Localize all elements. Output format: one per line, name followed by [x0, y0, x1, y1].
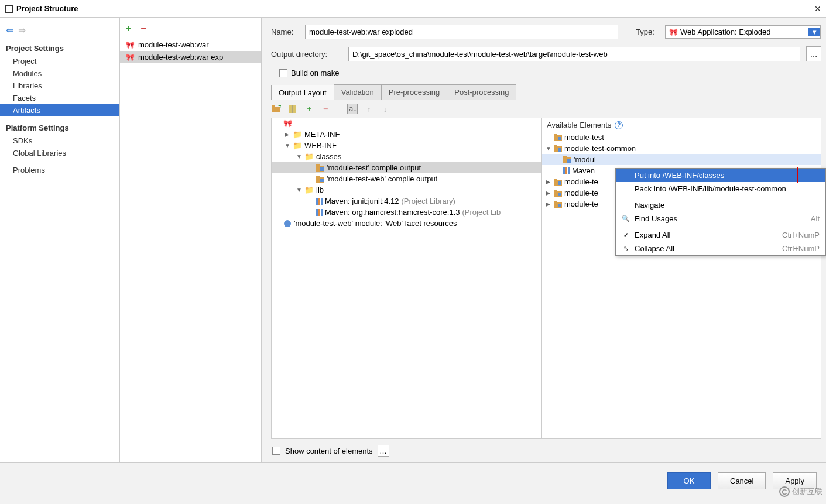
add-element-button[interactable]: + [304, 104, 314, 114]
expander-icon[interactable]: ▼ [285, 142, 290, 149]
module-folder-icon [554, 190, 562, 197]
new-archive-icon[interactable] [287, 104, 298, 114]
menu-item[interactable]: ⤡Collapse AllCtrl+NumP [616, 242, 825, 255]
tree-row[interactable]: ▼📁WEB-INF [272, 140, 541, 151]
expander-icon[interactable]: ▶ [546, 190, 551, 196]
chevron-down-icon: ▾ [808, 28, 820, 36]
move-up-icon[interactable]: ↑ [364, 104, 374, 114]
expander-icon[interactable]: ▶ [285, 131, 290, 138]
svg-rect-28 [554, 190, 557, 191]
app-icon [5, 5, 13, 13]
svg-rect-23 [567, 159, 571, 163]
tree-row[interactable]: 'module-test-web' compile output [272, 173, 541, 184]
folder-icon: 📁 [304, 186, 314, 194]
move-down-icon[interactable]: ↓ [380, 104, 390, 114]
svg-rect-20 [558, 148, 561, 152]
build-on-make-checkbox[interactable]: Build on make [271, 68, 821, 77]
tree-row[interactable]: Maven: org.hamcrest:hamcrest-core:1.3 (P… [272, 207, 541, 218]
tree-row[interactable]: 🎀 [272, 118, 541, 129]
show-content-config-button[interactable]: … [378, 445, 389, 457]
menu-item[interactable]: 🔍Find UsagesAlt [616, 212, 825, 225]
sort-icon[interactable]: a↓ [347, 104, 358, 114]
menu-item[interactable]: Navigate [616, 198, 825, 212]
svg-point-14 [284, 220, 291, 227]
available-element-row[interactable]: 'modul [542, 154, 821, 165]
sidebar: ⇐ ⇒ Project SettingsProjectModulesLibrar… [0, 18, 120, 462]
tab-pre-processing[interactable]: Pre-processing [381, 84, 447, 100]
available-elements-panel[interactable]: Available Elements ? module-test▼module-… [541, 118, 821, 438]
module-folder-icon [554, 134, 562, 141]
help-icon[interactable]: ? [615, 121, 623, 129]
search-icon: 🔍 [622, 215, 630, 223]
module-folder-icon [316, 176, 324, 183]
name-input[interactable] [305, 25, 618, 39]
shortcut-label: Ctrl+NumP [782, 244, 820, 253]
ok-button[interactable]: OK [667, 472, 711, 489]
available-element-row[interactable]: ▼module-test-common [542, 143, 821, 154]
browse-outdir-button[interactable]: … [806, 46, 821, 61]
tree-row[interactable]: ▼📁lib [272, 184, 541, 196]
svg-rect-1 [6, 6, 12, 12]
nav-forward-icon[interactable]: ⇒ [18, 25, 26, 36]
context-menu: Put into /WEB-INF/classesPack Into /WEB-… [615, 168, 826, 256]
window-title: Project Structure [16, 4, 78, 13]
tree-row[interactable]: 'module-test-web' module: 'Web' facet re… [272, 218, 541, 229]
checkbox-icon [279, 69, 287, 77]
sidebar-item-artifacts[interactable]: Artifacts [0, 104, 119, 116]
sidebar-item-modules[interactable]: Modules [0, 67, 119, 80]
show-content-checkbox[interactable] [272, 447, 280, 455]
remove-element-button[interactable]: − [320, 104, 331, 114]
tab-output-layout[interactable]: Output Layout [271, 85, 334, 100]
tree-row[interactable]: ▼📁classes [272, 151, 541, 162]
tree-row[interactable]: Maven: junit:junit:4.12 (Project Library… [272, 196, 541, 207]
svg-rect-19 [554, 145, 557, 147]
expander-icon[interactable]: ▶ [546, 179, 551, 185]
tree-row[interactable]: 'module-test' compile output [272, 162, 541, 173]
svg-rect-31 [554, 201, 557, 203]
remove-artifact-button[interactable]: − [140, 23, 146, 34]
web-facet-icon [283, 220, 292, 228]
nav-back-icon[interactable]: ⇐ [6, 25, 13, 36]
artifact-item[interactable]: 🎀module-test-web:war [120, 39, 261, 51]
svg-rect-26 [558, 181, 561, 185]
folder-icon: 📁 [304, 152, 314, 161]
svg-rect-9 [316, 164, 320, 166]
menu-item[interactable]: Put into /WEB-INF/classes [616, 169, 825, 182]
folder-icon: 📁 [293, 141, 302, 150]
outdir-input[interactable] [348, 47, 800, 61]
expander-icon[interactable]: ▶ [546, 201, 551, 207]
collapse-all-icon: ⤡ [622, 245, 630, 253]
tree-row[interactable]: ▶📁META-INF [272, 129, 541, 140]
available-element-row[interactable]: module-test [542, 132, 821, 143]
menu-item[interactable]: Pack Into /WEB-INF/lib/module-test-commo… [616, 182, 825, 196]
output-tree[interactable]: 🎀▶📁META-INF▼📁WEB-INF▼📁classes'module-tes… [271, 118, 541, 438]
sidebar-item-project[interactable]: Project [0, 55, 119, 67]
close-icon[interactable]: ✕ [814, 4, 821, 13]
sidebar-section-header: Project Settings [0, 42, 119, 55]
sidebar-item-problems[interactable]: Problems [0, 164, 119, 176]
svg-rect-22 [563, 156, 567, 158]
expander-icon[interactable]: ▼ [546, 145, 551, 152]
menu-separator [616, 197, 825, 197]
cancel-button[interactable]: Cancel [718, 472, 766, 489]
expander-icon[interactable]: ▼ [296, 153, 302, 160]
type-label: Type: [636, 28, 659, 36]
sidebar-item-sdks[interactable]: SDKs [0, 135, 119, 147]
sidebar-item-libraries[interactable]: Libraries [0, 80, 119, 92]
sidebar-item-global-libraries[interactable]: Global Libraries [0, 147, 119, 159]
svg-rect-25 [554, 179, 557, 180]
tab-post-processing[interactable]: Post-processing [447, 84, 516, 100]
add-artifact-button[interactable]: + [126, 23, 131, 34]
watermark: C 创新互联 [779, 486, 822, 497]
module-folder-icon [316, 164, 324, 172]
type-select[interactable]: 🎀 Web Application: Exploded ▾ [665, 25, 821, 39]
dialog-button-bar: OK Cancel Apply [0, 462, 826, 499]
svg-rect-32 [558, 204, 561, 207]
new-folder-icon[interactable]: + [271, 104, 282, 114]
menu-item[interactable]: ⤢Expand AllCtrl+NumP [616, 228, 825, 242]
sidebar-section-header: Platform Settings [0, 121, 119, 135]
sidebar-item-facets[interactable]: Facets [0, 92, 119, 104]
tab-validation[interactable]: Validation [334, 84, 382, 100]
artifact-item[interactable]: 🎀module-test-web:war exp [120, 51, 261, 63]
expander-icon[interactable]: ▼ [296, 187, 302, 193]
